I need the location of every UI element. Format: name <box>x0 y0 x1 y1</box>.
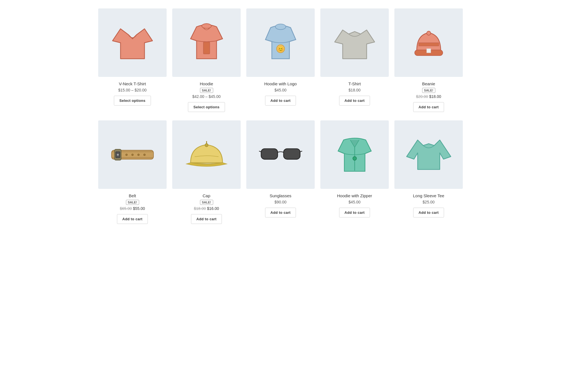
sale-price-belt: $55.00 <box>133 206 145 211</box>
product-grid: V-Neck T-Shirt$15.00 – $20.00Select opti… <box>98 8 463 224</box>
product-card-sunglasses: Sunglasses$90.00Add to cart <box>246 120 315 224</box>
sale-badge-belt: SALE! <box>126 200 139 205</box>
add-to-cart-button-beanie[interactable]: Add to cart <box>413 102 444 112</box>
product-card-long-sleeve-tee: Long Sleeve Tee$25.00Add to cart <box>394 120 463 224</box>
product-image-hoodie <box>172 8 241 77</box>
svg-rect-6 <box>419 43 438 46</box>
product-card-belt: BeltSALE!$65.00$55.00Add to cart <box>98 120 167 224</box>
product-card-beanie: BeanieSALE!$20.00$18.00Add to cart <box>394 8 463 112</box>
svg-line-23 <box>259 151 261 152</box>
svg-rect-1 <box>203 42 210 54</box>
svg-point-7 <box>427 31 431 35</box>
product-name-tshirt: T-Shirt <box>348 81 361 86</box>
svg-point-19 <box>205 143 208 146</box>
add-to-cart-button-sunglasses[interactable]: Add to cart <box>265 208 296 217</box>
product-price-cap: $18.00$16.00 <box>194 206 219 211</box>
product-image-belt <box>98 120 167 189</box>
product-price-belt: $65.00$55.00 <box>120 206 145 211</box>
svg-point-14 <box>117 154 118 155</box>
sale-badge-beanie: SALE! <box>422 88 435 93</box>
product-name-hoodie-zipper: Hoodie with Zipper <box>337 193 372 198</box>
original-price-belt: $65.00 <box>120 206 132 211</box>
product-price-long-sleeve-tee: $25.00 <box>423 200 435 204</box>
sale-price-beanie: $18.00 <box>429 94 441 99</box>
product-name-hoodie: Hoodie <box>200 81 213 86</box>
product-card-v-neck-tshirt: V-Neck T-Shirt$15.00 – $20.00Select opti… <box>98 8 167 112</box>
svg-point-18 <box>143 154 145 155</box>
product-price-hoodie: $42.00 – $45.00 <box>192 94 220 99</box>
svg-point-0 <box>202 24 211 28</box>
sale-badge-cap: SALE! <box>200 200 213 205</box>
product-name-sunglasses: Sunglasses <box>270 193 291 198</box>
product-card-hoodie-logo: 😊 Hoodie with Logo$45.00Add to cart <box>246 8 315 112</box>
svg-point-17 <box>137 154 139 155</box>
product-card-hoodie-zipper: Hoodie with Zipper$45.00Add to cart <box>320 120 389 224</box>
add-to-cart-button-long-sleeve-tee[interactable]: Add to cart <box>413 208 444 217</box>
add-to-cart-button-tshirt[interactable]: Add to cart <box>339 96 370 106</box>
product-price-tshirt: $18.00 <box>349 88 361 92</box>
product-card-hoodie: HoodieSALE!$42.00 – $45.00Select options <box>172 8 241 112</box>
product-image-cap <box>172 120 241 189</box>
add-to-cart-button-cap[interactable]: Add to cart <box>191 214 222 224</box>
product-image-v-neck-tshirt <box>98 8 167 77</box>
product-name-long-sleeve-tee: Long Sleeve Tee <box>413 193 444 198</box>
product-price-hoodie-zipper: $45.00 <box>349 200 361 204</box>
product-price-v-neck-tshirt: $15.00 – $20.00 <box>118 88 146 92</box>
product-card-tshirt: T-Shirt$18.00Add to cart <box>320 8 389 112</box>
original-price-cap: $18.00 <box>194 206 206 211</box>
product-image-hoodie-logo: 😊 <box>246 8 315 77</box>
original-price-beanie: $20.00 <box>416 94 428 99</box>
svg-point-28 <box>353 157 356 160</box>
svg-point-2 <box>275 24 286 29</box>
svg-line-24 <box>300 151 302 152</box>
add-to-cart-button-hoodie-logo[interactable]: Add to cart <box>265 96 296 106</box>
product-name-cap: Cap <box>203 193 210 198</box>
svg-rect-25 <box>261 149 278 159</box>
product-image-long-sleeve-tee <box>394 120 463 189</box>
product-name-belt: Belt <box>129 193 136 198</box>
product-name-hoodie-logo: Hoodie with Logo <box>264 81 297 86</box>
select-options-button-v-neck-tshirt[interactable]: Select options <box>114 96 151 106</box>
product-card-cap: CapSALE!$18.00$16.00Add to cart <box>172 120 241 224</box>
svg-rect-26 <box>284 149 300 159</box>
product-price-beanie: $20.00$18.00 <box>416 94 441 99</box>
svg-text:😊: 😊 <box>277 46 284 52</box>
svg-point-15 <box>125 154 127 155</box>
product-price-sunglasses: $90.00 <box>275 200 287 204</box>
select-options-button-hoodie[interactable]: Select options <box>188 102 225 112</box>
product-price-hoodie-logo: $45.00 <box>275 88 287 92</box>
add-to-cart-button-hoodie-zipper[interactable]: Add to cart <box>339 208 370 217</box>
svg-rect-8 <box>427 49 431 52</box>
svg-point-16 <box>132 154 133 155</box>
sale-badge-hoodie: SALE! <box>200 88 213 93</box>
product-image-tshirt <box>320 8 389 77</box>
sale-price-cap: $16.00 <box>207 206 219 211</box>
add-to-cart-button-belt[interactable]: Add to cart <box>117 214 148 224</box>
product-image-sunglasses <box>246 120 315 189</box>
product-image-beanie <box>394 8 463 77</box>
product-image-hoodie-zipper <box>320 120 389 189</box>
product-name-v-neck-tshirt: V-Neck T-Shirt <box>119 81 146 86</box>
product-name-beanie: Beanie <box>422 81 435 86</box>
